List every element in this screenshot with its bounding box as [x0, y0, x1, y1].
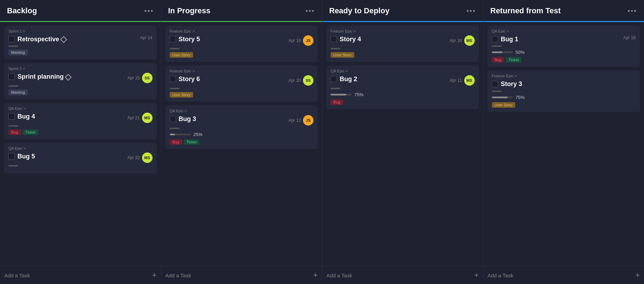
card-date-card-story6: Apr 20 [289, 78, 301, 83]
card-card-story5[interactable]: Feature Epic >Story 5Apr 19JSUser Story [165, 26, 318, 62]
card-date-card-story5: Apr 19 [289, 38, 301, 43]
card-card-bug1[interactable]: QA Epic >Bug 1Apr 1850%BugTicket [488, 26, 640, 67]
tag-user story-card-story5[interactable]: User Story [170, 52, 193, 58]
progress-wrap-card-bug2: 75% [331, 92, 475, 97]
card-meta-card-bug1: QA Epic > [492, 29, 636, 33]
column-body-col-2: Feature Epic >Story 4Apr 18MSUser StoryQ… [322, 22, 483, 266]
card-checkbox-card-bug1[interactable] [492, 36, 498, 42]
card-title-card-story6: Story 6 [179, 75, 200, 83]
tag-bug-card-bug2[interactable]: Bug [331, 99, 343, 105]
card-divider-card-bug1 [492, 45, 502, 47]
avatar-card-story5: JS [303, 35, 313, 46]
progress-bar-fill-card-bug3 [170, 134, 175, 135]
column-title-col-3: Returned from Test [490, 6, 561, 15]
progress-bar-bg-card-story3 [492, 97, 513, 98]
card-tags-card-story5: User Story [170, 52, 314, 58]
card-checkbox-card-bug2[interactable] [331, 76, 337, 82]
avatar-card-bug5: MS [142, 152, 153, 163]
tag-user story-card-story6[interactable]: User Story [170, 92, 193, 98]
progress-bar-bg-card-bug1 [492, 51, 513, 53]
card-title-card-bug1: Bug 1 [501, 35, 518, 43]
tag-bug-card-bug4[interactable]: Bug [8, 129, 21, 135]
tag-user story-card-story3[interactable]: User Story [492, 102, 516, 108]
card-card-story4[interactable]: Feature Epic >Story 4Apr 18MSUser Story [326, 26, 479, 62]
card-meta-card-bug5: QA Epic > [8, 146, 153, 150]
card-checkbox-card-story4[interactable] [331, 36, 337, 42]
column-body-col-3: QA Epic >Bug 1Apr 1850%BugTicketFeature … [483, 22, 644, 266]
card-title-card-bug4: Bug 4 [17, 113, 35, 121]
card-title-card-story4: Story 4 [340, 35, 361, 43]
avatar-card-story4: MS [464, 35, 475, 46]
column-menu-col-3[interactable]: ••• [628, 7, 637, 15]
tag-bug-card-bug1[interactable]: Bug [492, 57, 504, 63]
column-col-1: In Progress•••Feature Epic >Story 5Apr 1… [161, 0, 323, 284]
add-task-icon-col-0: + [152, 271, 157, 279]
column-col-3: Returned from Test•••QA Epic >Bug 1Apr 1… [483, 0, 644, 284]
add-task-col-1[interactable]: Add a Task+ [161, 266, 322, 284]
card-card-story3[interactable]: Feature Epic >Story 375%User Story [488, 70, 640, 112]
column-header-col-2: Ready to Deploy••• [322, 0, 483, 22]
card-date-card-sprint-planning: Apr 15 [127, 76, 140, 80]
tag-ticket-card-bug1[interactable]: Ticket [506, 57, 522, 63]
card-meta-card-bug2: QA Epic > [331, 69, 475, 73]
card-meta-card-sprint-planning: Sprint 2 > [8, 66, 153, 71]
card-checkbox-card-story3[interactable] [492, 81, 498, 87]
card-checkbox-card-story6[interactable] [170, 76, 176, 82]
card-checkbox-card-bug5[interactable] [8, 153, 15, 159]
tag-meeting-card-retrospective[interactable]: Meeting [8, 50, 28, 55]
add-task-col-3[interactable]: Add a Task+ [483, 266, 644, 284]
card-card-story6[interactable]: Feature Epic >Story 6Apr 20SSUser Story [165, 65, 318, 102]
column-menu-col-2[interactable]: ••• [466, 7, 476, 15]
card-card-bug2[interactable]: QA Epic >Bug 2Apr 11MS75%Bug [326, 65, 479, 109]
card-divider-card-bug5 [8, 165, 18, 166]
column-title-col-1: In Progress [168, 6, 211, 15]
tag-ticket-card-bug3[interactable]: Ticket [184, 139, 199, 145]
card-checkbox-card-story5[interactable] [170, 36, 176, 42]
column-menu-col-1[interactable]: ••• [305, 7, 315, 15]
card-meta-card-retrospective: Sprint 1 > [8, 29, 153, 33]
tag-bug-card-bug3[interactable]: Bug [170, 139, 182, 145]
progress-label-card-bug3: 25% [193, 132, 203, 137]
column-header-col-1: In Progress••• [161, 0, 322, 22]
add-task-label-col-0: Add a Task [4, 272, 30, 278]
card-checkbox-card-bug3[interactable] [170, 116, 176, 122]
add-task-col-2[interactable]: Add a Task+ [322, 266, 483, 284]
progress-label-card-bug1: 50% [516, 50, 525, 55]
card-checkbox-card-bug4[interactable] [8, 113, 15, 120]
card-checkbox-card-sprint-planning[interactable] [8, 73, 15, 80]
card-card-bug4[interactable]: QA Epic >Bug 4Apr 21MSBugTicket [4, 103, 157, 139]
card-title-card-bug2: Bug 2 [340, 75, 357, 83]
card-date-card-bug4: Apr 21 [127, 115, 140, 120]
card-checkbox-card-retrospective[interactable] [8, 36, 15, 42]
card-date-card-bug1: Apr 18 [623, 35, 636, 40]
add-task-col-0[interactable]: Add a Task+ [0, 266, 161, 284]
progress-wrap-card-bug3: 25% [170, 132, 314, 137]
progress-bar-fill-card-bug2 [331, 94, 346, 95]
card-meta-card-story4: Feature Epic > [331, 29, 475, 33]
tag-ticket-card-bug4[interactable]: Ticket [23, 129, 38, 135]
tag-meeting-card-sprint-planning[interactable]: Meeting [8, 90, 28, 95]
card-card-sprint-planning[interactable]: Sprint 2 >Sprint planningApr 15SSMeeting [4, 63, 157, 99]
column-col-2: Ready to Deploy•••Feature Epic >Story 4A… [322, 0, 483, 284]
column-body-col-0: Sprint 1 >RetrospectiveApr 14MeetingSpri… [0, 22, 161, 266]
progress-wrap-card-story3: 75% [492, 95, 636, 100]
card-card-bug5[interactable]: QA Epic >Bug 5Apr 22MS [4, 143, 157, 173]
avatar-card-bug3: JS [303, 115, 313, 126]
tag-user story-card-story4[interactable]: User Story [331, 52, 354, 58]
progress-label-card-story3: 75% [516, 95, 525, 100]
progress-wrap-card-bug1: 50% [492, 50, 636, 55]
card-title-card-story5: Story 5 [179, 35, 200, 43]
column-header-col-0: Backlog••• [0, 0, 161, 22]
card-title-card-bug5: Bug 5 [17, 152, 35, 161]
card-meta-card-bug3: QA Epic > [170, 109, 314, 113]
add-task-label-col-2: Add a Task [326, 272, 352, 278]
column-body-col-1: Feature Epic >Story 5Apr 19JSUser StoryF… [161, 22, 322, 266]
card-divider-card-story5 [170, 48, 179, 49]
add-task-icon-col-1: + [313, 271, 318, 279]
avatar-card-bug4: MS [142, 113, 153, 123]
progress-bar-bg-card-bug2 [331, 94, 352, 95]
card-card-bug3[interactable]: QA Epic >Bug 3Apr 12JS25%BugTicket [165, 105, 318, 149]
card-card-retrospective[interactable]: Sprint 1 >RetrospectiveApr 14Meeting [4, 26, 157, 59]
column-menu-col-0[interactable]: ••• [144, 7, 154, 15]
add-task-icon-col-3: + [635, 271, 640, 279]
